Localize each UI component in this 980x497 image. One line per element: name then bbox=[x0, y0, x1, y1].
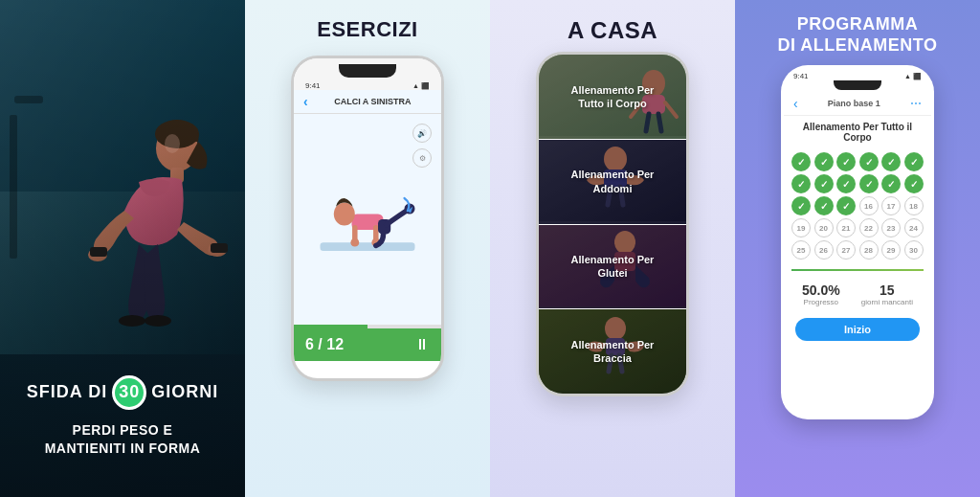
workout-label-1: Allenamento PerTutto il Corpo bbox=[564, 83, 662, 111]
programma-title: PROGRAMMADI ALLENAMENTO bbox=[768, 0, 947, 65]
panel-hero: SFIDA DI 30 GIORNI PERDI PESO EMANTIENIT… bbox=[0, 0, 245, 497]
cal-day-19: 19 bbox=[791, 218, 811, 237]
casa-title: A CASA bbox=[558, 0, 667, 52]
cal-day-13 bbox=[791, 196, 811, 215]
cal-day-12 bbox=[904, 174, 924, 193]
p4-stat-days: 15 giorni mancanti bbox=[861, 282, 913, 306]
p4-nav[interactable]: ‹ Piano base 1 ⋯ bbox=[784, 92, 931, 116]
cal-day-14 bbox=[814, 196, 834, 215]
cal-day-28: 28 bbox=[859, 240, 879, 260]
svg-rect-14 bbox=[321, 242, 415, 251]
sfida-badge: SFIDA DI 30 GIORNI bbox=[27, 375, 218, 410]
workout-item-1[interactable]: Allenamento PerTutto il Corpo bbox=[539, 55, 686, 140]
cal-day-11 bbox=[881, 174, 901, 193]
p4-time: 9:41 bbox=[793, 72, 809, 80]
progress-bar-container bbox=[294, 325, 441, 328]
phone-nav[interactable]: ‹ CALCI A SINISTRA bbox=[294, 90, 441, 114]
cal-day-24: 24 bbox=[904, 218, 924, 237]
workout-item-4[interactable]: Allenamento PerBraccia bbox=[539, 309, 686, 394]
cal-day-15 bbox=[836, 196, 856, 215]
p4-status-icons: ▲ ⬛ bbox=[904, 72, 922, 80]
p4-menu-icon[interactable]: ⋯ bbox=[910, 97, 922, 110]
status-icons: ▲ ⬛ bbox=[412, 82, 430, 90]
cal-day-2 bbox=[814, 152, 834, 171]
cal-day-4 bbox=[859, 152, 879, 171]
p4-status-bar: 9:41 ▲ ⬛ bbox=[784, 68, 931, 80]
hero-subtitle: PERDI PESO EMANTIENITI IN FORMA bbox=[14, 421, 231, 459]
sfida-suffix: GIORNI bbox=[151, 382, 218, 402]
exercise-counter: 6 / 12 bbox=[305, 336, 344, 353]
cal-day-18: 18 bbox=[904, 196, 924, 215]
p4-notch bbox=[834, 80, 881, 90]
sfida-number: 30 bbox=[112, 375, 146, 410]
workout-label-2: Allenamento PerAddomi bbox=[564, 168, 662, 195]
p4-nav-plan: Piano base 1 bbox=[828, 99, 880, 108]
cal-day-5 bbox=[881, 152, 901, 171]
phone-notch bbox=[339, 64, 396, 78]
p4-back-icon[interactable]: ‹ bbox=[793, 96, 798, 111]
panel-esercizi: ESERCIZI 9:41 ▲ ⬛ ‹ CALCI A SINISTRA 🔊 ⚙ bbox=[245, 0, 490, 497]
cal-day-1 bbox=[791, 152, 811, 171]
panel-programma: PROGRAMMADI ALLENAMENTO 9:41 ▲ ⬛ ‹ Piano… bbox=[735, 0, 980, 497]
cal-day-20: 20 bbox=[814, 218, 834, 237]
cal-day-27: 27 bbox=[836, 240, 856, 260]
time: 9:41 bbox=[305, 81, 321, 90]
cal-day-9 bbox=[836, 174, 856, 193]
workout-label-3: Allenamento PerGlutei bbox=[564, 253, 662, 281]
cal-day-7 bbox=[791, 174, 811, 193]
cal-day-6 bbox=[904, 152, 924, 171]
settings-icon[interactable]: ⚙ bbox=[412, 148, 432, 168]
panel-casa: A CASA bbox=[490, 0, 735, 497]
hero-bottom: SFIDA DI 30 GIORNI PERDI PESO EMANTIENIT… bbox=[0, 375, 245, 459]
cal-day-29: 29 bbox=[881, 240, 901, 260]
p4-progress-label: Progresso bbox=[802, 298, 840, 306]
exercise-icons[interactable]: 🔊 ⚙ bbox=[412, 124, 432, 168]
p4-stat-progress: 50.0% Progresso bbox=[802, 282, 840, 306]
svg-point-16 bbox=[334, 202, 355, 225]
workout-item-2[interactable]: Allenamento PerAddomi bbox=[539, 140, 686, 225]
cal-day-21: 21 bbox=[836, 218, 856, 237]
p4-days-label: giorni mancanti bbox=[861, 298, 913, 306]
p4-days-val: 15 bbox=[861, 282, 913, 298]
phone-casa: Allenamento PerTutto il Corpo bbox=[536, 52, 689, 396]
sfida-prefix: SFIDA DI bbox=[27, 382, 107, 402]
cal-day-8 bbox=[814, 174, 834, 193]
svg-point-18 bbox=[350, 238, 359, 247]
phone-bottom-bar: 6 / 12 ⏸ bbox=[294, 328, 441, 361]
cal-day-10 bbox=[859, 174, 879, 193]
pause-button[interactable]: ⏸ bbox=[414, 336, 430, 353]
cal-day-3 bbox=[836, 152, 856, 171]
cal-day-30: 30 bbox=[904, 240, 924, 260]
esercizi-title: ESERCIZI bbox=[307, 0, 427, 52]
cal-day-16: 16 bbox=[859, 196, 879, 215]
cal-day-25: 25 bbox=[791, 240, 811, 260]
exercise-illustration bbox=[315, 167, 420, 272]
p4-workout-title: Allenamento Per Tutto il Corpo bbox=[784, 116, 931, 148]
nav-label: CALCI A SINISTRA bbox=[314, 97, 432, 106]
p4-start-button[interactable]: Inizio bbox=[795, 318, 920, 341]
cal-day-23: 23 bbox=[881, 218, 901, 237]
workout-list: Allenamento PerTutto il Corpo bbox=[539, 55, 686, 394]
back-icon[interactable]: ‹ bbox=[303, 94, 308, 109]
p4-progress-val: 50.0% bbox=[802, 282, 840, 298]
progress-bar-fill bbox=[294, 325, 368, 328]
cal-day-17: 17 bbox=[881, 196, 901, 215]
status-bar: 9:41 ▲ ⬛ bbox=[294, 78, 441, 90]
phone-programma: 9:41 ▲ ⬛ ‹ Piano base 1 ⋯ Allenamento Pe… bbox=[781, 65, 934, 419]
exercise-content: 🔊 ⚙ bbox=[294, 114, 441, 325]
cal-day-22: 22 bbox=[859, 218, 879, 237]
p4-stats: 50.0% Progresso 15 giorni mancanti bbox=[784, 277, 931, 312]
phone-esercizi: 9:41 ▲ ⬛ ‹ CALCI A SINISTRA 🔊 ⚙ bbox=[291, 56, 444, 381]
sound-icon[interactable]: 🔊 bbox=[412, 124, 432, 143]
p4-divider bbox=[791, 269, 924, 271]
calendar-grid: 16 17 18 19 20 21 22 23 24 25 26 27 28 2… bbox=[784, 148, 931, 263]
workout-label-4: Allenamento PerBraccia bbox=[564, 338, 662, 366]
cal-day-26: 26 bbox=[814, 240, 834, 260]
workout-item-3[interactable]: Allenamento PerGlutei bbox=[539, 225, 686, 310]
